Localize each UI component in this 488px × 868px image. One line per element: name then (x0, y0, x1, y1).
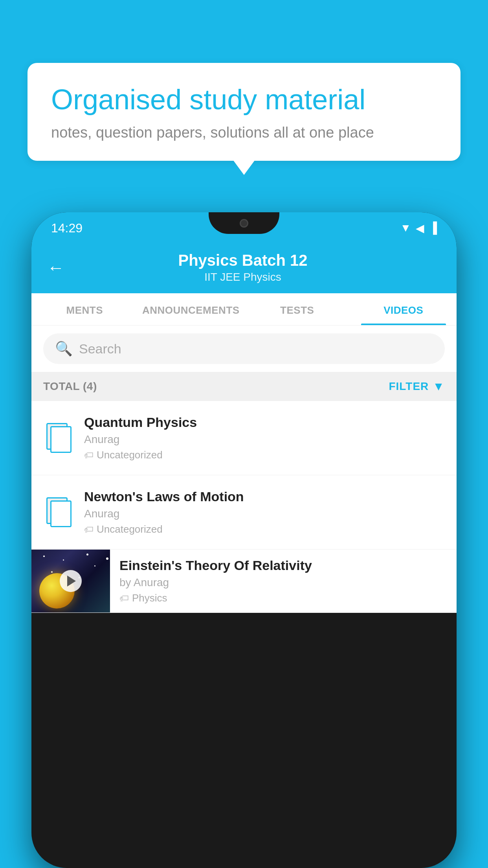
tab-documents[interactable]: MENTS (31, 293, 138, 325)
status-icons: ▼ ◀ ▐ (400, 222, 437, 235)
status-bar: 14:29 ▼ ◀ ▐ (31, 212, 457, 244)
video-title: Quantum Physics (84, 415, 445, 430)
tag-label: Physics (132, 592, 167, 604)
document-icon (46, 497, 72, 527)
app-bar-title: Physics Batch 12 (76, 252, 409, 269)
tab-tests[interactable]: TESTS (244, 293, 350, 325)
video-author: Anurag (84, 508, 445, 520)
battery-icon: ▐ (429, 222, 437, 234)
tag-icon: 🏷 (84, 524, 94, 535)
phone-wrapper: 14:29 ▼ ◀ ▐ ← Physics Batch 12 IIT JEE P… (31, 212, 457, 868)
filter-label: FILTER (389, 380, 429, 393)
content-list: Quantum Physics Anurag 🏷 Uncategorized (31, 401, 457, 613)
tab-announcements[interactable]: ANNOUNCEMENTS (138, 293, 244, 325)
document-icon (46, 423, 72, 453)
status-time: 14:29 (51, 221, 83, 235)
tab-videos[interactable]: VIDEOS (350, 293, 457, 325)
app-bar-subtitle: IIT JEE Physics (76, 271, 409, 283)
item-icon (43, 497, 75, 528)
video-tag: 🏷 Uncategorized (84, 523, 445, 535)
tag-icon: 🏷 (84, 450, 94, 461)
item-content: Newton's Laws of Motion Anurag 🏷 Uncateg… (84, 489, 445, 535)
filter-icon: ▼ (433, 380, 445, 393)
video-tag: 🏷 Uncategorized (84, 449, 445, 461)
video-author: Anurag (84, 433, 445, 446)
list-item[interactable]: Einstein's Theory Of Relativity by Anura… (31, 550, 457, 613)
video-author: by Anurag (119, 576, 449, 589)
filter-bar: TOTAL (4) FILTER ▼ (31, 372, 457, 401)
video-tag: 🏷 Physics (119, 592, 449, 604)
phone-outer: 14:29 ▼ ◀ ▐ ← Physics Batch 12 IIT JEE P… (31, 212, 457, 868)
video-title: Newton's Laws of Motion (84, 489, 445, 504)
tabs-bar: MENTS ANNOUNCEMENTS TESTS VIDEOS (31, 293, 457, 326)
list-item[interactable]: Quantum Physics Anurag 🏷 Uncategorized (31, 401, 457, 475)
search-placeholder: Search (79, 341, 121, 357)
video-thumbnail (31, 550, 110, 612)
video-title: Einstein's Theory Of Relativity (119, 558, 449, 573)
list-item[interactable]: Newton's Laws of Motion Anurag 🏷 Uncateg… (31, 475, 457, 550)
wifi-icon: ▼ (400, 222, 411, 234)
phone-screen: 14:29 ▼ ◀ ▐ ← Physics Batch 12 IIT JEE P… (31, 212, 457, 868)
bubble-title: Organised study material (51, 83, 437, 116)
tag-label: Uncategorized (97, 449, 163, 461)
search-container: 🔍 Search (31, 326, 457, 372)
front-camera (240, 219, 248, 228)
tag-label: Uncategorized (97, 523, 163, 535)
app-bar-text: Physics Batch 12 IIT JEE Physics (76, 252, 409, 283)
bubble-subtitle: notes, question papers, solutions all at… (51, 124, 437, 141)
thumb-content: Einstein's Theory Of Relativity by Anura… (110, 550, 457, 612)
play-triangle-icon (67, 576, 76, 587)
search-icon: 🔍 (55, 340, 73, 357)
notch (209, 212, 279, 234)
item-icon (43, 422, 75, 454)
item-content: Quantum Physics Anurag 🏷 Uncategorized (84, 415, 445, 461)
speech-bubble: Organised study material notes, question… (28, 63, 460, 161)
filter-button[interactable]: FILTER ▼ (389, 380, 445, 393)
search-box[interactable]: 🔍 Search (43, 333, 445, 364)
app-bar: ← Physics Batch 12 IIT JEE Physics (31, 244, 457, 293)
signal-icon: ◀ (416, 222, 424, 235)
tag-icon: 🏷 (119, 593, 129, 604)
play-button[interactable] (60, 570, 82, 592)
total-count-label: TOTAL (4) (43, 380, 97, 393)
back-button[interactable]: ← (47, 258, 64, 278)
